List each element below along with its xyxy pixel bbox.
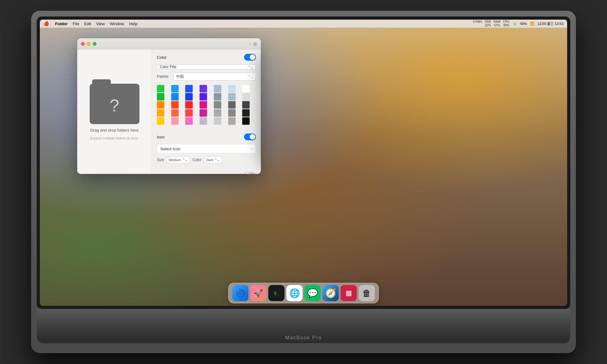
color-cell-7[interactable] bbox=[157, 93, 164, 100]
menu-view[interactable]: View bbox=[96, 21, 105, 26]
system-stats: 0 KB/s SSD 22% RAM 67% CPU bbox=[473, 20, 509, 27]
size-label: Size bbox=[157, 158, 164, 162]
apple-logo-icon[interactable]: 🍎 bbox=[44, 21, 49, 26]
app-window: ↑ ⊞ ? Drag and drop folders h bbox=[77, 38, 261, 174]
folder-preview: ? bbox=[90, 84, 139, 124]
color-cell-30[interactable] bbox=[185, 117, 193, 125]
size-arrow-icon: ⌃⌄ bbox=[182, 158, 188, 162]
color-cell-33[interactable] bbox=[228, 117, 236, 125]
icon-color-dropdown[interactable]: Dark ⌃⌄ bbox=[204, 156, 222, 163]
palette-dropdown[interactable]: 中国 ⌃⌄ bbox=[173, 72, 256, 81]
screen-bezel: 🍎 Foldor File Edit View Window Help 0 KB… bbox=[37, 16, 570, 309]
dock-chrome[interactable]: 🌐 bbox=[286, 285, 303, 301]
color-cell-31[interactable] bbox=[200, 117, 207, 125]
color-cell-5[interactable] bbox=[228, 85, 236, 92]
dock-wechat[interactable]: 💬 bbox=[304, 285, 321, 301]
app-name-label[interactable]: Foldor bbox=[55, 21, 68, 26]
color-fills-dropdown[interactable]: Color Fills ⌃⌄ bbox=[157, 64, 256, 69]
dock-mosaic[interactable]: ▦ bbox=[341, 285, 357, 301]
color-cell-16[interactable] bbox=[185, 101, 193, 109]
color-cell-1[interactable] bbox=[171, 85, 179, 92]
color-cell-28[interactable] bbox=[157, 117, 164, 125]
icon-label: Icon bbox=[157, 135, 165, 139]
size-value: Medium bbox=[169, 158, 181, 162]
macbook-outer: 🍎 Foldor File Edit View Window Help 0 KB… bbox=[31, 11, 576, 353]
color-cell-19[interactable] bbox=[228, 101, 236, 109]
color-cell-17[interactable] bbox=[200, 101, 207, 109]
color-cell-24[interactable] bbox=[200, 109, 207, 117]
color-cell-9[interactable] bbox=[185, 93, 193, 100]
dock-safari[interactable]: 🧭 bbox=[322, 285, 339, 301]
dock-launchpad[interactable]: 🚀 bbox=[250, 285, 266, 301]
color-cell-27[interactable] bbox=[242, 109, 250, 117]
color-cell-32[interactable] bbox=[214, 117, 221, 125]
color-cell-10[interactable] bbox=[200, 93, 207, 100]
color-fills-label: Color Fills bbox=[160, 65, 176, 69]
color-cell-8[interactable] bbox=[171, 93, 179, 100]
color-cell-14[interactable] bbox=[157, 101, 164, 109]
dock-trash[interactable]: 🗑 bbox=[359, 285, 375, 301]
close-button[interactable] bbox=[81, 42, 85, 46]
color-cell-21[interactable] bbox=[157, 109, 164, 117]
palette-value: 中国 bbox=[176, 74, 184, 79]
color-cell-12[interactable] bbox=[228, 93, 236, 100]
folder-preview-panel: ? Drag and drop folders here Support mul… bbox=[77, 49, 152, 174]
minimize-button[interactable] bbox=[87, 42, 91, 46]
color-cell-3[interactable] bbox=[200, 85, 207, 92]
menu-bar: 🍎 Foldor File Edit View Window Help 0 KB… bbox=[40, 20, 567, 28]
macbook-label: MacBook Pro bbox=[285, 335, 322, 341]
color-grid bbox=[157, 85, 256, 125]
icon-toggle[interactable] bbox=[244, 133, 256, 140]
grid-icon[interactable]: ⊞ bbox=[253, 41, 257, 46]
icon-color-arrow-icon: ⌃⌄ bbox=[214, 158, 220, 162]
color-cell-34[interactable] bbox=[242, 117, 250, 125]
size-dropdown[interactable]: Medium ⌃⌄ bbox=[167, 156, 190, 163]
ram-label: RAM bbox=[493, 20, 500, 24]
subfolders-toggle[interactable] bbox=[244, 172, 256, 174]
color-cell-15[interactable] bbox=[171, 101, 179, 109]
color-cell-25[interactable] bbox=[214, 109, 221, 117]
color-cell-6[interactable] bbox=[242, 85, 250, 92]
ssd-stat: SSD 22% bbox=[485, 20, 491, 27]
ssd-label: SSD bbox=[485, 20, 491, 24]
wifi-icon: 📶 bbox=[530, 22, 534, 26]
maximize-button[interactable] bbox=[93, 42, 96, 46]
color-cell-11[interactable] bbox=[214, 93, 221, 100]
menu-file[interactable]: File bbox=[73, 21, 79, 26]
color-cell-20[interactable] bbox=[242, 101, 250, 109]
settings-panel: Color Color Fills ⌃⌄ Palette 中国 bbox=[152, 49, 261, 174]
select-icon-label: Select Icon bbox=[160, 147, 180, 151]
select-icon-row[interactable]: Select Icon › bbox=[157, 144, 256, 153]
menu-window[interactable]: Window bbox=[110, 21, 124, 26]
color-cell-23[interactable] bbox=[185, 109, 193, 117]
color-label-2: Color bbox=[192, 158, 201, 162]
color-cell-18[interactable] bbox=[214, 101, 221, 109]
window-controls-right: ↑ ⊞ bbox=[249, 41, 257, 46]
color-cell-2[interactable] bbox=[185, 85, 193, 92]
menu-edit[interactable]: Edit bbox=[84, 21, 91, 26]
network-stat: 0 KB/s bbox=[473, 20, 482, 27]
dock-terminal[interactable]: $_ bbox=[268, 285, 285, 301]
color-cell-13[interactable] bbox=[242, 93, 250, 100]
color-cell-0[interactable] bbox=[157, 85, 164, 92]
ram-value: 67% bbox=[494, 24, 500, 27]
menu-bar-right: 0 KB/s SSD 22% RAM 67% CPU bbox=[473, 20, 563, 27]
color-cell-22[interactable] bbox=[171, 109, 179, 117]
dock-finder[interactable]: 🔵 bbox=[232, 285, 248, 301]
cpu-label: CPU bbox=[503, 20, 510, 24]
color-label: Color bbox=[157, 55, 167, 60]
share-icon[interactable]: ↑ bbox=[249, 41, 251, 46]
drag-drop-label: Drag and drop folders here bbox=[90, 128, 139, 133]
color-cell-4[interactable] bbox=[214, 85, 221, 92]
palette-label: Palette bbox=[157, 74, 168, 79]
color-cell-26[interactable] bbox=[228, 109, 236, 117]
battery-icon: 🔋 bbox=[513, 22, 517, 26]
palette-row: Palette 中国 ⌃⌄ bbox=[157, 72, 256, 81]
color-cell-29[interactable] bbox=[171, 117, 179, 125]
dock: 🔵 🚀 $_ 🌐 💬 🧭 bbox=[228, 283, 379, 303]
menu-bar-left: 🍎 Foldor File Edit View Window Help bbox=[44, 21, 138, 26]
color-toggle[interactable] bbox=[244, 54, 256, 61]
icon-color-value: Dark bbox=[206, 158, 213, 162]
macbook-chin: MacBook Pro bbox=[37, 309, 570, 343]
menu-help[interactable]: Help bbox=[129, 21, 138, 26]
